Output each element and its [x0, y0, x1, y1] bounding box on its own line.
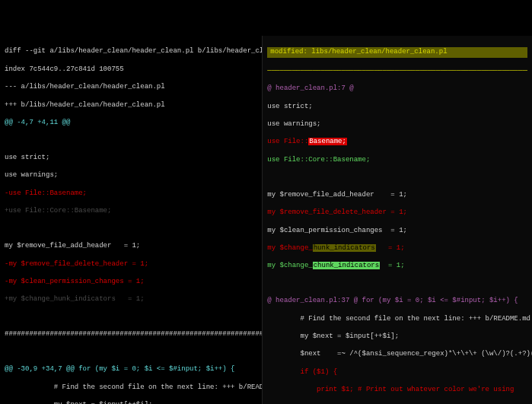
context-line: use strict;	[5, 154, 257, 163]
blank-line	[5, 136, 257, 145]
removed-line: my $change_hunk_indicators = 1;	[267, 244, 527, 253]
context-line: my $next = $input[++$i];	[267, 332, 527, 342]
file-header-modified: modified: libs/header_clean/header_clean…	[267, 47, 527, 58]
blank-line	[5, 225, 257, 234]
hunk-header: @@ -4,7 +4,11 @@	[5, 119, 257, 128]
context-line: $next =~ /^($ansi_sequence_regex)*\+\+\+…	[267, 350, 527, 359]
removed-line: if ($1) {	[267, 368, 527, 377]
context-line: my $remove_file_add_header = 1;	[267, 191, 527, 200]
diff-comparison: diff --git a/libs/header_clean/header_cl…	[0, 36, 532, 404]
hunk-header: @ header_clean.pl:7 @	[267, 84, 527, 94]
context-line: # Find the second file on the next line:…	[5, 383, 257, 393]
fancy-diff-pane: modified: libs/header_clean/header_clean…	[263, 36, 532, 404]
new-file: +++ b/libs/header_clean/header_clean.pl	[5, 101, 257, 110]
added-line: use File::Core::Basename;	[267, 156, 527, 165]
removed-line: my $remove_file_delete_header = 1;	[267, 208, 527, 218]
blank-line	[267, 280, 527, 288]
context-line: use warnings;	[267, 120, 527, 129]
removed-line: use File::Basename;	[267, 138, 527, 147]
removed-line: print $1; # Print out whatever color we'…	[267, 386, 527, 395]
context-line: my $clean_permission_changes = 1;	[267, 227, 527, 236]
removed-line: -my $clean_permission_changes = 1;	[5, 278, 257, 287]
context-line: use warnings;	[5, 171, 257, 180]
context-line: my $next = $input[++$i];	[5, 401, 257, 404]
added-line: my $change_chunk_indicators = 1;	[267, 262, 527, 271]
blank-line	[267, 173, 527, 182]
hunk-header: @@ -30,9 +34,7 @@ for (my $i = 0; $i <= …	[5, 365, 257, 374]
blank-line	[5, 348, 257, 357]
added-dim-line: +my $change_hunk_indicators = 1;	[5, 295, 257, 304]
raw-diff-pane: diff --git a/libs/header_clean/header_cl…	[0, 36, 263, 404]
ruler: ────────────────────────────────────────…	[267, 67, 527, 76]
diff-header: diff --git a/libs/header_clean/header_cl…	[5, 47, 257, 56]
old-file: --- a/libs/header_clean/header_clean.pl	[5, 83, 257, 92]
blank-line	[5, 313, 257, 322]
context-line: use strict;	[267, 103, 527, 112]
context-line: my $remove_file_add_header = 1;	[5, 242, 257, 251]
context-line: # Find the second file on the next line:…	[267, 315, 527, 324]
index-line: index 7c544c9..27c841d 100755	[5, 65, 257, 75]
removed-line: -my $remove_file_delete_header = 1;	[5, 260, 257, 269]
added-dim-line: +use File::Core::Basename;	[5, 207, 257, 216]
ruler-line: ########################################…	[5, 330, 257, 339]
hunk-header: @ header_clean.pl:37 @ for (my $i = 0; $…	[267, 297, 527, 306]
removed-line: -use File::Basename;	[5, 189, 257, 199]
